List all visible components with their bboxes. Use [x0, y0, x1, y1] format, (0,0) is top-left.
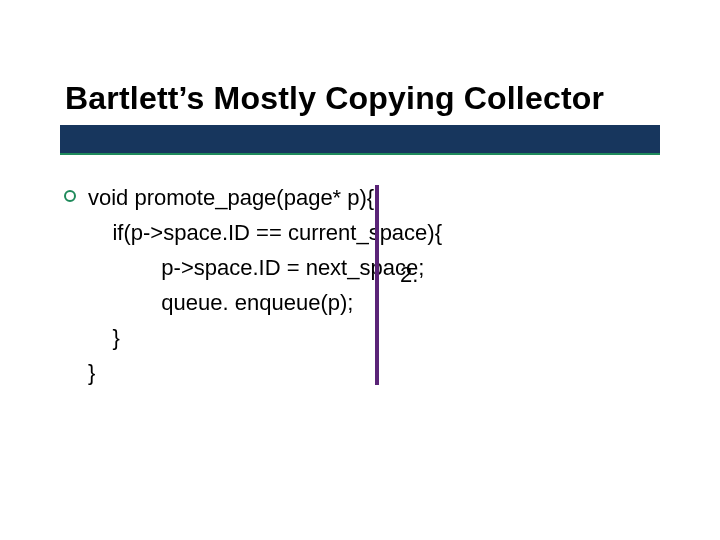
annotation-number: 2. — [400, 262, 418, 288]
slide: Bartlett’s Mostly Copying Collector void… — [0, 0, 720, 540]
code-line: if(p->space.ID == current_space){ — [88, 220, 442, 245]
code-line: queue. enqueue(p); — [88, 290, 353, 315]
title-underline-bar — [60, 125, 660, 153]
code-line: void promote_page(page* p){ — [88, 185, 374, 210]
bullet-icon — [64, 190, 76, 202]
code-line: p->space.ID = next_space; — [88, 255, 424, 280]
code-block: void promote_page(page* p){ if(p->space.… — [88, 180, 408, 390]
vertical-divider — [375, 185, 379, 385]
slide-title: Bartlett’s Mostly Copying Collector — [65, 80, 685, 117]
code-line: } — [88, 325, 120, 350]
code-line: } — [88, 360, 95, 385]
title-underline-accent — [60, 153, 660, 155]
